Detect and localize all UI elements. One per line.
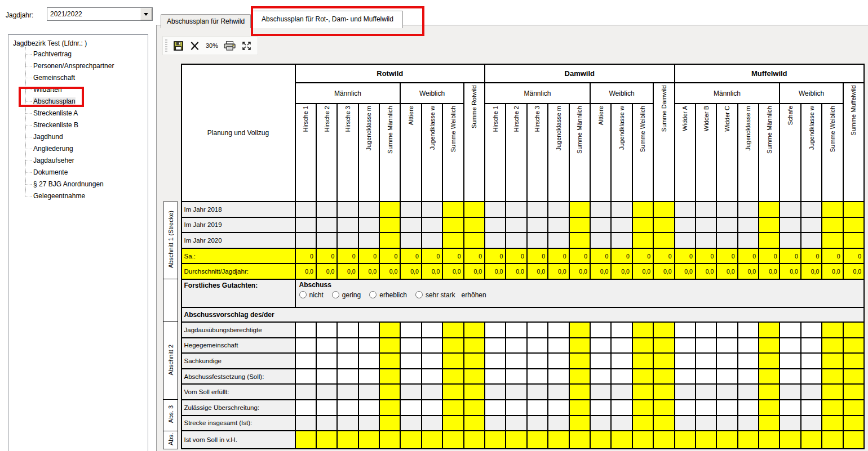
data-cell[interactable]: [295, 353, 316, 369]
data-cell[interactable]: [506, 400, 526, 416]
radio-option-gering[interactable]: gering: [332, 291, 361, 299]
data-cell[interactable]: [506, 353, 526, 369]
data-cell[interactable]: [527, 353, 548, 369]
data-cell[interactable]: [316, 353, 337, 369]
data-cell[interactable]: [295, 322, 316, 338]
radio-button-icon[interactable]: [332, 291, 339, 298]
data-cell[interactable]: [422, 400, 442, 416]
data-cell[interactable]: [590, 353, 611, 369]
data-cell[interactable]: [696, 338, 716, 354]
data-cell[interactable]: [548, 369, 569, 385]
radio-option-nicht[interactable]: nicht: [299, 291, 324, 299]
print-button[interactable]: [224, 39, 236, 52]
data-cell[interactable]: [295, 338, 316, 354]
tree-root-jagdbezirk[interactable]: Jagdbezirk Test (Lfdnr.: ): [8, 39, 148, 48]
data-cell[interactable]: [358, 400, 379, 416]
data-cell[interactable]: [780, 338, 800, 354]
data-cell[interactable]: [400, 322, 421, 338]
data-cell[interactable]: [590, 400, 611, 416]
data-cell[interactable]: [780, 353, 800, 369]
radio-option-sehr-stark[interactable]: sehr stark: [415, 291, 455, 299]
data-cell[interactable]: [506, 338, 526, 354]
data-cell[interactable]: [485, 338, 506, 354]
data-cell[interactable]: [485, 400, 506, 416]
sidebar-item-gemeinschaft[interactable]: Gemeinschaft: [22, 72, 148, 84]
data-cell[interactable]: [485, 353, 506, 369]
sidebar-item-personen-ansprechpartner[interactable]: Personen/Ansprechpartner: [22, 60, 148, 72]
radio-option-erheblich[interactable]: erheblich: [369, 291, 407, 299]
data-cell[interactable]: [590, 322, 611, 338]
data-cell[interactable]: [485, 369, 506, 385]
sidebar-item-streckenliste-a[interactable]: Streckenliste A: [22, 108, 148, 119]
data-cell[interactable]: [780, 322, 800, 338]
data-cell[interactable]: [295, 369, 316, 385]
data-cell[interactable]: [316, 369, 337, 385]
data-cell[interactable]: [696, 353, 716, 369]
data-cell[interactable]: [337, 353, 358, 369]
data-cell[interactable]: [358, 322, 379, 338]
data-cell[interactable]: [716, 369, 737, 385]
data-cell[interactable]: [675, 338, 696, 354]
data-cell[interactable]: [422, 338, 442, 354]
combobox-dropdown-button[interactable]: [140, 8, 152, 20]
tab-abschussplan-rehwild[interactable]: Abschussplan für Rehwild: [161, 14, 251, 28]
data-cell[interactable]: [358, 353, 379, 369]
data-cell[interactable]: [527, 322, 548, 338]
data-cell[interactable]: [400, 369, 421, 385]
data-cell[interactable]: [337, 400, 358, 416]
save-button[interactable]: [172, 39, 184, 52]
data-cell[interactable]: [696, 322, 716, 338]
data-cell[interactable]: [422, 353, 442, 369]
data-cell[interactable]: [337, 369, 358, 385]
data-cell[interactable]: [801, 338, 822, 354]
fit-page-button[interactable]: [241, 39, 252, 52]
radio-button-icon[interactable]: [299, 291, 307, 298]
data-cell[interactable]: [422, 322, 442, 338]
data-cell[interactable]: [611, 369, 632, 385]
sidebar-item-pachtvertrag[interactable]: Pachtvertrag: [22, 48, 148, 60]
zoom-level[interactable]: 30%: [205, 39, 219, 52]
data-cell[interactable]: [400, 353, 421, 369]
sidebar-item-dokumente[interactable]: Dokumente: [22, 167, 148, 178]
sidebar-item-streckenliste-b[interactable]: Streckenliste B: [22, 119, 148, 131]
data-cell[interactable]: [316, 400, 337, 416]
data-cell[interactable]: [400, 338, 421, 354]
radio-button-icon[interactable]: [415, 291, 423, 298]
sidebar-item-27-bjg-anordnungen[interactable]: § 27 BJG Anordnungen: [22, 178, 148, 190]
data-cell[interactable]: [358, 369, 379, 385]
data-cell[interactable]: [548, 353, 569, 369]
data-cell[interactable]: [548, 322, 569, 338]
data-cell[interactable]: [548, 338, 569, 354]
data-cell[interactable]: [738, 353, 759, 369]
data-cell[interactable]: [611, 353, 632, 369]
delete-button[interactable]: [189, 39, 200, 52]
data-cell[interactable]: [801, 369, 822, 385]
data-cell[interactable]: [696, 369, 716, 385]
sidebar-item-gelegeentnahme[interactable]: Gelegeentnahme: [22, 190, 148, 202]
sidebar-item-jagdhund[interactable]: Jagdhund: [22, 131, 148, 143]
sidebar-item-wildarten[interactable]: Wildarten: [22, 84, 148, 96]
data-cell[interactable]: [716, 353, 737, 369]
data-cell[interactable]: [675, 353, 696, 369]
data-cell[interactable]: [675, 400, 696, 416]
data-cell[interactable]: [590, 369, 611, 385]
data-cell[interactable]: [675, 322, 696, 338]
jagdjahr-combobox[interactable]: 2021/2022: [47, 7, 153, 21]
data-cell[interactable]: [295, 400, 316, 416]
data-cell[interactable]: [548, 400, 569, 416]
sidebar-item-jagdaufseher[interactable]: Jagdaufseher: [22, 155, 148, 167]
data-cell[interactable]: [527, 338, 548, 354]
data-cell[interactable]: [527, 400, 548, 416]
data-cell[interactable]: [422, 369, 442, 385]
data-cell[interactable]: [780, 400, 800, 416]
data-cell[interactable]: [316, 322, 337, 338]
data-cell[interactable]: [738, 369, 759, 385]
data-cell[interactable]: [590, 338, 611, 354]
data-cell[interactable]: [801, 400, 822, 416]
data-cell[interactable]: [738, 400, 759, 416]
tab-abschussplan-rot-dam-muffelwild[interactable]: Abschussplan für Rot-, Dam- und Muffelwi…: [252, 11, 403, 28]
data-cell[interactable]: [738, 338, 759, 354]
data-cell[interactable]: [738, 322, 759, 338]
radio-button-icon[interactable]: [369, 291, 377, 298]
data-cell[interactable]: [716, 400, 737, 416]
